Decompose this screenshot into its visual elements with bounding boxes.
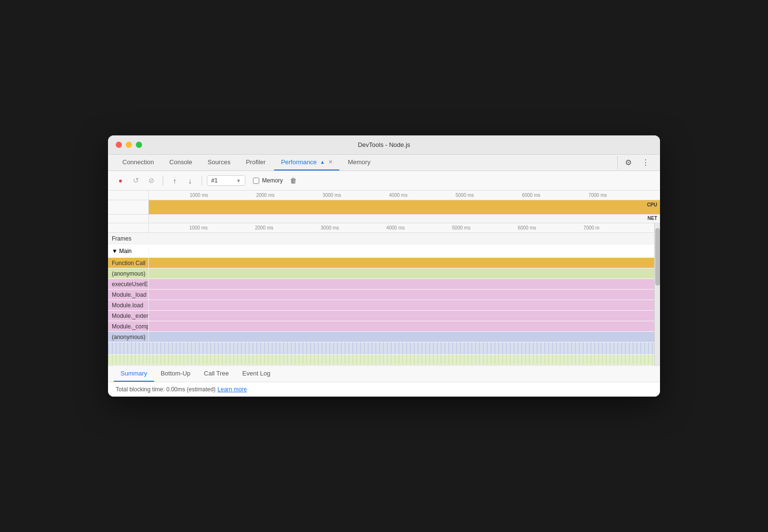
nav-bar: Connection Console Sources Profiler Perf… — [108, 155, 660, 171]
reload-button[interactable]: ↺ — [129, 174, 143, 187]
flame-row-3-label: Module._load — [108, 290, 149, 300]
close-button[interactable] — [116, 142, 122, 148]
tab-call-tree[interactable]: Call Tree — [197, 366, 236, 382]
upload-button[interactable]: ↑ — [168, 174, 181, 187]
frames-label: Frames — [108, 235, 149, 242]
flame-row-0-bar — [149, 258, 654, 268]
window-controls — [116, 142, 142, 148]
flame-row-4[interactable]: Module.load — [108, 300, 654, 311]
cpu-bar-row: CPU — [108, 200, 660, 215]
net-bar: NET — [149, 215, 660, 223]
tab-performance[interactable]: Performance ▲ ✕ — [274, 155, 339, 170]
toolbar-divider-2 — [202, 176, 202, 185]
clear-button[interactable]: 🗑 — [287, 174, 300, 187]
flame-row-5[interactable]: Module._extensions..js — [108, 311, 654, 321]
scrollbar-track[interactable] — [654, 223, 660, 365]
flame-row-4-bar — [149, 300, 654, 310]
flame-row-3-bar — [149, 290, 654, 300]
devtools-window: DevTools - Node.js Connection Console So… — [108, 135, 660, 397]
tab-console[interactable]: Console — [163, 155, 199, 170]
flame-row-8-label — [108, 342, 149, 354]
flame-row-5-label: Module._extensions..js — [108, 311, 149, 321]
flame-row-1-bar — [149, 268, 654, 278]
flame-row-9[interactable] — [108, 355, 654, 365]
tab-sources[interactable]: Sources — [201, 155, 237, 170]
flame-row-1-label: (anonymous) — [108, 268, 149, 278]
flame-row-9-bar — [149, 355, 654, 365]
flame-row-1[interactable]: (anonymous) — [108, 268, 654, 279]
flame-row-7[interactable]: (anonymous) — [108, 332, 654, 342]
memory-checkbox-label: Memory — [262, 177, 283, 184]
ruler-ticks-1: 1000 ms 2000 ms 3000 ms 4000 ms 5000 ms … — [149, 191, 660, 200]
flame-row-9-label — [108, 355, 149, 365]
flame-row-4-label: Module.load — [108, 300, 149, 310]
cpu-bar: CPU — [149, 200, 660, 214]
toolbar: ● ↺ ⊘ ↑ ↓ #1 ▼ Memory 🗑 — [108, 171, 660, 191]
flame-row-6-bar — [149, 321, 654, 331]
main-area: 1000 ms 2000 ms 3000 ms 4000 ms 5000 ms … — [108, 223, 660, 365]
tab-summary[interactable]: Summary — [114, 366, 154, 382]
flame-row-6-label: Module._compile — [108, 321, 149, 331]
record-button[interactable]: ● — [114, 174, 127, 187]
download-button[interactable]: ↓ — [183, 174, 197, 187]
frames-row: Frames — [108, 233, 654, 244]
flame-row-8-bar — [149, 342, 654, 354]
status-text: Total blocking time: 0.00ms (estimated) — [116, 386, 216, 393]
ruler-row-1: 1000 ms 2000 ms 3000 ms 4000 ms 5000 ms … — [108, 191, 660, 200]
bottom-tabs: Summary Bottom-Up Call Tree Event Log — [108, 365, 660, 382]
learn-more-link[interactable]: Learn more — [217, 386, 247, 393]
flame-row-2-bar — [149, 279, 654, 289]
window-title: DevTools - Node.js — [358, 141, 410, 148]
tab-profiler[interactable]: Profiler — [239, 155, 272, 170]
tab-connection[interactable]: Connection — [116, 155, 161, 170]
tab-event-log[interactable]: Event Log — [236, 366, 277, 382]
tab-bottom-up[interactable]: Bottom-Up — [154, 366, 197, 382]
flame-row-7-bar — [149, 332, 654, 342]
stop-button[interactable]: ⊘ — [144, 174, 158, 187]
tab-close-icon[interactable]: ✕ — [328, 159, 333, 165]
flame-row-0[interactable]: Function Call — [108, 258, 654, 268]
status-bar: Total blocking time: 0.00ms (estimated) … — [108, 382, 660, 397]
flame-row-2-label: executeUserEntryPoint — [108, 279, 149, 289]
memory-checkbox[interactable] — [253, 178, 259, 184]
flame-row-5-bar — [149, 311, 654, 321]
tab-memory[interactable]: Memory — [341, 155, 377, 170]
nav-icons: ⚙ ⋮ — [617, 156, 652, 169]
net-label-col — [108, 215, 149, 223]
more-icon[interactable]: ⋮ — [639, 156, 652, 169]
flame-row-2[interactable]: executeUserEntryPoint — [108, 279, 654, 290]
cpu-label: CPU — [647, 202, 657, 207]
maximize-button[interactable] — [136, 142, 142, 148]
toolbar-divider-1 — [163, 176, 163, 185]
flame-area: 1000 ms 2000 ms 3000 ms 4000 ms 5000 ms … — [108, 223, 654, 365]
memory-checkbox-container: Memory — [253, 177, 283, 184]
main-label: ▼ Main — [108, 248, 149, 254]
ruler-row-2: 1000 ms 2000 ms 3000 ms 4000 ms 5000 ms … — [108, 223, 654, 233]
scrollbar-thumb[interactable] — [655, 228, 660, 286]
flame-row-8[interactable] — [108, 342, 654, 355]
net-label: NET — [648, 216, 657, 221]
title-bar: DevTools - Node.js — [108, 135, 660, 155]
ruler-label-1 — [108, 191, 149, 200]
cpu-label-col — [108, 200, 149, 214]
record-selector[interactable]: #1 ▼ — [207, 175, 245, 186]
main-section-header: ▼ Main — [108, 244, 654, 258]
flame-row-3[interactable]: Module._load — [108, 290, 654, 300]
ruler-label-2 — [108, 223, 149, 232]
net-bar-row: NET — [108, 215, 660, 223]
settings-icon[interactable]: ⚙ — [622, 156, 635, 169]
ruler-ticks-2: 1000 ms 2000 ms 3000 ms 4000 ms 5000 ms … — [149, 223, 654, 232]
minimize-button[interactable] — [126, 142, 132, 148]
flame-row-7-label: (anonymous) — [108, 332, 149, 342]
flame-row-0-label: Function Call — [108, 258, 149, 268]
flame-row-6[interactable]: Module._compile — [108, 321, 654, 332]
